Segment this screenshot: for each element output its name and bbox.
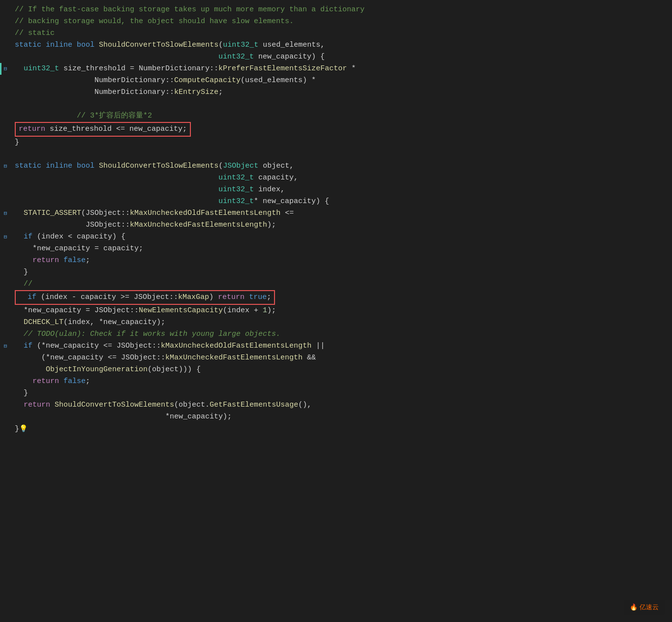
code-line: ⊟ if (*new_capacity <= JSObject::kMaxUnc… (0, 340, 672, 352)
code-line: return size_threshold <= new_capacity; (0, 122, 672, 137)
line-content: return false; (11, 255, 672, 267)
fold-icon[interactable]: ⊟ (4, 160, 7, 172)
code-line: return false; (0, 255, 672, 267)
line-content: uint32_t index, (11, 184, 672, 196)
line-content: return size_threshold <= new_capacity; (11, 122, 672, 137)
fold-icon[interactable]: ⊟ (4, 231, 7, 243)
code-line: NumberDictionary::ComputeCapacity(used_e… (0, 75, 672, 87)
code-line: // (0, 278, 672, 290)
line-content: // 3*扩容后的容量*2 (11, 110, 672, 122)
line-content: // backing storage would, the object sho… (11, 16, 672, 28)
code-line: // TODO(ulan): Check if it works with yo… (0, 328, 672, 340)
line-content: NumberDictionary::ComputeCapacity(used_e… (11, 75, 672, 87)
code-line: uint32_t* new_capacity) { (0, 196, 672, 207)
code-editor: // If the fast-case backing storage take… (0, 0, 672, 451)
code-line (0, 148, 672, 160)
code-line: uint32_t capacity, (0, 172, 672, 184)
line-content: } (11, 267, 672, 278)
highlighted-code: if (index - capacity >= JSObject::kMaxGa… (15, 290, 275, 305)
code-line: uint32_t index, (0, 184, 672, 196)
code-line: } (0, 137, 672, 148)
code-line: // 3*扩容后的容量*2 (0, 110, 672, 122)
line-content: // TODO(ulan): Check if it works with yo… (11, 328, 672, 340)
line-content: return false; (11, 376, 672, 387)
code-line: DCHECK_LT(index, *new_capacity); (0, 317, 672, 328)
watermark-text: 亿速云 (640, 603, 659, 611)
highlighted-code: return size_threshold <= new_capacity; (15, 122, 191, 137)
line-content: }💡 (11, 423, 672, 435)
code-line: return ShouldConvertToSlowElements(objec… (0, 399, 672, 411)
fold-icon[interactable]: ⊟ (4, 340, 7, 352)
code-line: static inline bool ShouldConvertToSlowEl… (0, 39, 672, 51)
line-content: STATIC_ASSERT(JSObject::kMaxUncheckedOld… (11, 207, 672, 219)
line-content: *new_capacity); (11, 411, 672, 423)
code-line: if (index - capacity >= JSObject::kMaxGa… (0, 290, 672, 305)
line-content: // If the fast-case backing storage take… (11, 4, 672, 16)
gutter: ⊟ (0, 231, 11, 243)
code-line: // backing storage would, the object sho… (0, 16, 672, 28)
line-content: JSObject::kMaxUncheckedFastElementsLengt… (11, 219, 672, 231)
line-content: if (index - capacity >= JSObject::kMaxGa… (11, 290, 672, 305)
gutter: ⊟ (0, 340, 11, 352)
line-content: uint32_t capacity, (11, 172, 672, 184)
line-content: } (11, 387, 672, 399)
watermark-icon: 🔥 (630, 603, 638, 611)
code-line: } (0, 387, 672, 399)
code-line: *new_capacity = capacity; (0, 243, 672, 255)
code-line: return false; (0, 376, 672, 387)
line-content: // static (11, 28, 672, 39)
watermark: 🔥 亿速云 (624, 600, 665, 615)
code-line: ⊟ uint32_t size_threshold = NumberDictio… (0, 63, 672, 75)
line-content: // (11, 278, 672, 290)
code-line: *new_capacity); (0, 411, 672, 423)
line-content: static inline bool ShouldConvertToSlowEl… (11, 160, 672, 172)
code-line: uint32_t new_capacity) { (0, 51, 672, 63)
code-line: } (0, 267, 672, 278)
line-content: DCHECK_LT(index, *new_capacity); (11, 317, 672, 328)
line-content: static inline bool ShouldConvertToSlowEl… (11, 39, 672, 51)
code-line: // static (0, 28, 672, 39)
code-line: ⊟ if (index < capacity) { (0, 231, 672, 243)
fold-icon[interactable]: ⊟ (4, 207, 7, 219)
fold-icon[interactable]: ⊟ (4, 63, 7, 75)
code-line: ⊟ STATIC_ASSERT(JSObject::kMaxUncheckedO… (0, 207, 672, 219)
line-content: return ShouldConvertToSlowElements(objec… (11, 399, 672, 411)
line-content: uint32_t size_threshold = NumberDictiona… (11, 63, 672, 75)
code-line: }💡 (0, 423, 672, 435)
line-content: *new_capacity = JSObject::NewElementsCap… (11, 305, 672, 317)
code-block: // If the fast-case backing storage take… (0, 0, 672, 451)
code-line (0, 98, 672, 110)
line-content: *new_capacity = capacity; (11, 243, 672, 255)
line-content: NumberDictionary::kEntrySize; (11, 87, 672, 98)
left-bar-indicator (0, 63, 1, 75)
code-line (0, 435, 672, 447)
code-line: *new_capacity = JSObject::NewElementsCap… (0, 305, 672, 317)
code-line: // If the fast-case backing storage take… (0, 4, 672, 16)
line-content: } (11, 137, 672, 148)
code-line: JSObject::kMaxUncheckedFastElementsLengt… (0, 219, 672, 231)
line-content: if (*new_capacity <= JSObject::kMaxUnche… (11, 340, 672, 352)
line-content: if (index < capacity) { (11, 231, 672, 243)
code-line: ObjectInYoungGeneration(object))) { (0, 364, 672, 376)
line-content: uint32_t new_capacity) { (11, 51, 672, 63)
line-content: (*new_capacity <= JSObject::kMaxUnchecke… (11, 352, 672, 364)
gutter: ⊟ (0, 207, 11, 219)
code-line: (*new_capacity <= JSObject::kMaxUnchecke… (0, 352, 672, 364)
code-line: ⊟static inline bool ShouldConvertToSlowE… (0, 160, 672, 172)
line-content: uint32_t* new_capacity) { (11, 196, 672, 207)
code-line: NumberDictionary::kEntrySize; (0, 87, 672, 98)
gutter: ⊟ (0, 63, 11, 75)
gutter: ⊟ (0, 160, 11, 172)
line-content: ObjectInYoungGeneration(object))) { (11, 364, 672, 376)
